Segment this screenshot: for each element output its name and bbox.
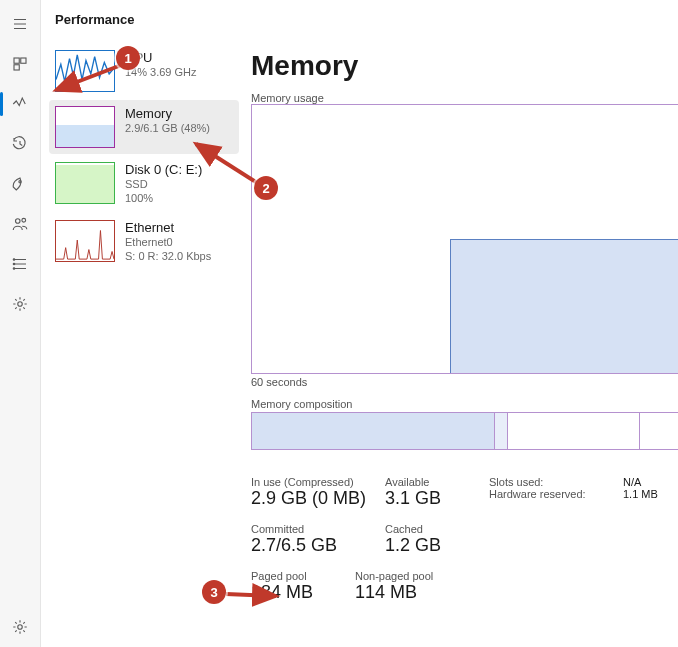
usage-chart-label: Memory usage [251,92,678,104]
paged-label: Paged pool [251,570,351,582]
slots-value: N/A [623,476,678,488]
svg-rect-2 [14,65,19,70]
sidebar-item-ethernet[interactable]: Ethernet Ethernet0 S: 0 R: 32.0 Kbps [49,214,239,270]
committed-label: Committed [251,523,381,535]
svg-point-5 [22,218,26,222]
disk-title: Disk 0 (C: E:) [125,162,202,178]
services-icon[interactable] [0,284,40,324]
details-icon[interactable] [0,244,40,284]
composition-label: Memory composition [251,398,678,410]
inuse-label: In use (Compressed) [251,476,381,488]
disk-sparkline-icon [55,162,115,204]
svg-point-8 [13,268,15,270]
slots-label: Slots used: [489,476,619,488]
inuse-value: 2.9 GB (0 MB) [251,488,381,509]
processes-icon[interactable] [0,44,40,84]
hwres-label: Hardware reserved: [489,488,619,500]
performance-icon[interactable] [0,84,40,124]
detail-pane: Memory Memory usage 60 seconds Memory co… [243,38,678,647]
stats-row-3: Paged pool 184 MB Non-paged pool 114 MB [251,570,678,603]
nav-rail [0,0,41,647]
nonpaged-label: Non-paged pool [355,570,475,582]
svg-point-10 [18,625,23,630]
disk-sub2: 100% [125,192,202,206]
settings-icon[interactable] [0,607,40,647]
page-title: Performance [41,0,678,38]
svg-point-3 [19,181,21,183]
available-label: Available [385,476,485,488]
startup-icon[interactable] [0,164,40,204]
cpu-sub: 14% 3.69 GHz [125,66,197,80]
chart-x-axis-label: 60 seconds [251,376,678,388]
detail-title: Memory [251,50,678,82]
svg-point-6 [13,259,15,261]
sidebar-item-cpu[interactable]: CPU 14% 3.69 GHz [49,44,239,98]
memory-usage-chart [251,104,678,374]
hamburger-icon[interactable] [0,4,40,44]
hwres-value: 1.1 MB [623,488,678,500]
cpu-sparkline-icon [55,50,115,92]
sidebar-item-disk[interactable]: Disk 0 (C: E:) SSD 100% [49,156,239,212]
cached-label: Cached [385,523,485,535]
svg-point-4 [16,219,21,224]
nonpaged-value: 114 MB [355,582,475,603]
users-icon[interactable] [0,204,40,244]
eth-sub1: Ethernet0 [125,236,211,250]
ethernet-sparkline-icon [55,220,115,262]
resource-list: CPU 14% 3.69 GHz Memory 2.9/6.1 GB (48%)… [41,38,243,647]
paged-value: 184 MB [251,582,351,603]
sidebar-item-memory[interactable]: Memory 2.9/6.1 GB (48%) [49,100,239,154]
available-value: 3.1 GB [385,488,485,509]
memory-sub: 2.9/6.1 GB (48%) [125,122,210,136]
svg-point-7 [13,263,15,265]
disk-sub1: SSD [125,178,202,192]
eth-sub2: S: 0 R: 32.0 Kbps [125,250,211,264]
eth-title: Ethernet [125,220,211,236]
memory-title: Memory [125,106,210,122]
svg-rect-0 [14,58,19,63]
cpu-title: CPU [125,50,197,66]
cached-value: 1.2 GB [385,535,485,556]
memory-composition-bar [251,412,678,450]
memory-sparkline-icon [55,106,115,148]
app-history-icon[interactable] [0,124,40,164]
stats-row-2: Committed 2.7/6.5 GB Cached 1.2 GB [251,523,678,556]
svg-point-9 [18,302,23,307]
svg-rect-1 [21,58,26,63]
committed-value: 2.7/6.5 GB [251,535,381,556]
stats-row-1: In use (Compressed) 2.9 GB (0 MB) Availa… [251,476,678,509]
